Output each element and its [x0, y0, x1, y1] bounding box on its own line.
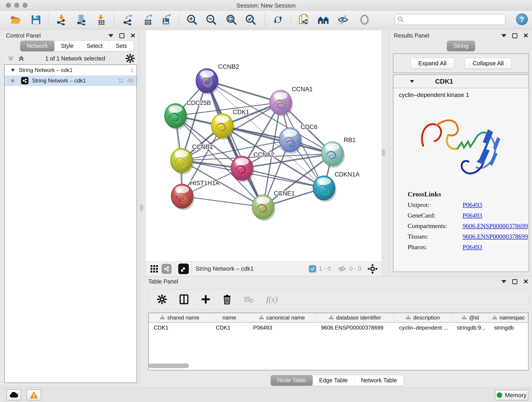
- tab-select[interactable]: Select: [80, 41, 109, 51]
- table-cell: stringdb:9...: [452, 323, 489, 333]
- network-node-RB1[interactable]: RB1: [322, 137, 356, 168]
- crosslink-label: Uniprot:: [408, 201, 462, 209]
- column-header-namespac[interactable]: namespac: [489, 313, 528, 322]
- import-network-icon: [56, 14, 67, 25]
- cloud-status-button[interactable]: [6, 389, 21, 400]
- houses-icon: [317, 15, 329, 25]
- network-options-gear-icon[interactable]: [126, 54, 135, 63]
- network-canvas[interactable]: CCNB2CCNA1CDC25BCDK1CDC6RB1CCNB1CCNA2CDK…: [146, 31, 381, 261]
- selected-nodes-checkbox[interactable]: [309, 265, 316, 273]
- delete-table-icon[interactable]: [244, 295, 254, 303]
- apply-layout-button[interactable]: [272, 13, 284, 26]
- tab-style[interactable]: Style: [55, 41, 80, 51]
- panel-menu-icon[interactable]: [501, 34, 506, 37]
- node-label-CCNA1: CCNA1: [292, 86, 313, 93]
- pan-crosshair-icon[interactable]: [367, 264, 378, 274]
- column-header-name[interactable]: name: [211, 313, 248, 322]
- close-panel-icon[interactable]: ✕: [523, 279, 529, 284]
- float-panel-icon[interactable]: [512, 33, 517, 38]
- memory-label: Memory: [505, 392, 526, 399]
- close-panel-icon[interactable]: ✕: [523, 33, 529, 38]
- show-columns-icon[interactable]: [179, 294, 189, 305]
- export-image-icon: [161, 14, 172, 25]
- panel-menu-icon[interactable]: [108, 34, 114, 37]
- network-node-CCNA1[interactable]: CCNA1: [270, 86, 313, 116]
- import-network-database-button[interactable]: [75, 13, 88, 26]
- node-table: shared namenamecanonical namedatabase id…: [148, 313, 529, 370]
- network-node-HIST1H1A[interactable]: HIST1H1A: [171, 180, 220, 210]
- function-builder-icon[interactable]: f(x): [266, 294, 278, 304]
- panel-menu-icon[interactable]: [501, 280, 506, 283]
- export-table-button[interactable]: [142, 13, 155, 26]
- network-share-view-icon[interactable]: [162, 264, 172, 274]
- collection-expander-icon[interactable]: [11, 68, 15, 72]
- right-splitter-handle[interactable]: [382, 149, 385, 156]
- table-tab-node-table[interactable]: Node Table: [271, 375, 313, 386]
- crosslink-label: Compartments:: [408, 222, 462, 230]
- tab-network[interactable]: Network: [20, 41, 55, 51]
- crosslink-link[interactable]: P06493: [462, 201, 482, 209]
- close-panel-icon[interactable]: ✕: [130, 33, 136, 38]
- import-table-icon: [96, 14, 106, 25]
- export-image-button[interactable]: [160, 13, 173, 26]
- zoom-selected-button[interactable]: [244, 13, 257, 26]
- zoom-fit-button[interactable]: [225, 13, 238, 26]
- tab-sets[interactable]: Sets: [109, 41, 133, 51]
- network-collection-row[interactable]: String Network – cdk1 1: [5, 65, 137, 75]
- results-panel: Results Panel ✕ String Expand All Collap…: [389, 31, 532, 274]
- table-gear-icon[interactable]: [157, 294, 167, 304]
- crosslink-link[interactable]: 9606.ENSP00000378699: [462, 222, 528, 230]
- crosslink-link[interactable]: P06493: [462, 243, 482, 251]
- help-button[interactable]: ?: [516, 13, 528, 25]
- warnings-button[interactable]: [27, 389, 41, 400]
- crosslinks-title: CrossLinks: [408, 190, 529, 198]
- network-edge-count: 48: [127, 77, 133, 84]
- results-tab-string[interactable]: String: [447, 41, 475, 51]
- network-row-selected[interactable]: String Network – cdk1 11 48: [5, 75, 137, 86]
- search-input[interactable]: [404, 16, 500, 23]
- memory-status-dot: [497, 392, 502, 398]
- network-edge[interactable]: [207, 81, 263, 207]
- zoom-in-button[interactable]: [186, 13, 198, 26]
- float-panel-icon[interactable]: [119, 33, 124, 38]
- column-header-database-identifier[interactable]: database identifier: [316, 313, 394, 322]
- network-from-selection-button[interactable]: [298, 13, 310, 26]
- left-splitter-handle[interactable]: [140, 204, 143, 211]
- hidden-elements-eye-icon[interactable]: [337, 265, 347, 273]
- grid-view-icon[interactable]: [150, 265, 158, 273]
- import-table-button[interactable]: [94, 13, 107, 26]
- expand-all-chevron-icon[interactable]: [18, 55, 25, 62]
- gene-expander-icon[interactable]: [409, 79, 414, 83]
- network-node-CDKN1A[interactable]: CDKN1A: [313, 171, 360, 202]
- expand-all-button[interactable]: Expand All: [410, 58, 455, 69]
- first-neighbors-button[interactable]: [317, 13, 330, 26]
- collapse-all-chevron-icon[interactable]: [7, 55, 14, 62]
- table-tab-edge-table[interactable]: Edge Table: [313, 375, 355, 385]
- network-node-CCNE1[interactable]: CCNE1: [252, 190, 295, 221]
- table-row[interactable]: CDK1CDK1P064939606.ENSP00000378699cyclin…: [149, 323, 528, 333]
- import-network-file-button[interactable]: [55, 13, 68, 26]
- column-header-canonical-name[interactable]: canonical name: [248, 313, 316, 322]
- memory-button[interactable]: Memory: [495, 390, 528, 400]
- toolbar-search[interactable]: [394, 14, 505, 25]
- zoom-out-button[interactable]: [205, 13, 218, 26]
- save-session-button[interactable]: [30, 13, 42, 26]
- table-toolbar: f(x): [148, 289, 529, 309]
- table-tab-network-table[interactable]: Network Table: [355, 375, 404, 385]
- column-header-description[interactable]: description: [394, 313, 452, 322]
- crosslink-link[interactable]: P06493: [462, 212, 482, 219]
- column-header-shared-name[interactable]: shared name: [149, 313, 211, 322]
- delete-column-icon[interactable]: [223, 294, 231, 304]
- table-horizontal-scrollbar[interactable]: [148, 364, 189, 368]
- birdseye-view-icon[interactable]: [178, 264, 189, 274]
- column-header-@id[interactable]: @id: [452, 313, 489, 322]
- crosslink-link[interactable]: 9606.ENSP00000378699: [462, 233, 528, 240]
- open-file-button[interactable]: [9, 13, 22, 26]
- export-network-button[interactable]: [121, 13, 134, 26]
- statusbar-separator: [334, 264, 334, 274]
- collapse-all-button[interactable]: Collapse All: [465, 58, 512, 69]
- show-graphics-details-button[interactable]: [358, 13, 371, 26]
- hide-graphics-details-button[interactable]: [337, 13, 350, 26]
- add-column-icon[interactable]: [201, 295, 210, 304]
- float-panel-icon[interactable]: [512, 279, 517, 284]
